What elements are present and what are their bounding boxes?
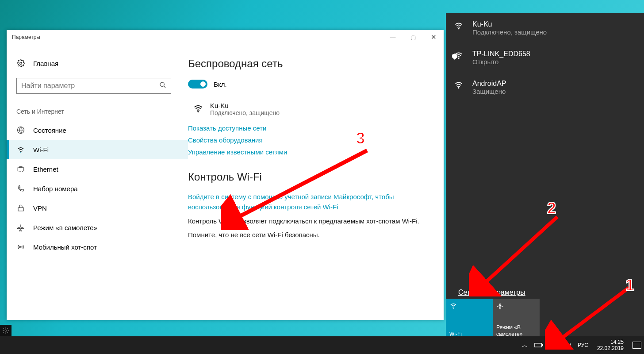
ethernet-icon [16,165,25,173]
svg-rect-13 [535,343,542,346]
svg-point-9 [458,58,460,59]
airplane-icon [16,223,25,231]
hotspot-icon [16,243,25,251]
network-entry[interactable]: AndroidAP Защищено [446,73,644,102]
nav-item-ethernet[interactable]: Ethernet [7,159,188,179]
section-heading: Контроль Wi-Fi [188,171,428,183]
settings-content: Беспроводная сеть Вкл. Ku-Ku Подключено,… [188,44,444,320]
action-tiles: Wi-Fi Режим «В самолете» [446,299,540,341]
tray-chevron-up-icon[interactable]: ︿ [521,341,528,350]
svg-point-15 [553,346,554,347]
tray-language[interactable]: РУС [578,342,588,348]
wifi-icon [454,21,464,32]
network-status: Открыто [472,58,530,65]
nav-item-dialup[interactable]: Набор номера [7,179,188,198]
svg-point-0 [160,82,164,86]
wifi-icon [454,51,464,62]
settings-window: Параметры — ▢ ✕ Главная Се [7,30,444,320]
svg-rect-14 [542,344,543,346]
network-ssid: TP-LINK_EDD658 [472,50,530,58]
svg-point-10 [458,87,460,88]
svg-point-7 [198,111,199,112]
svg-point-2 [20,152,21,153]
annotation-number-1: 1 [625,276,634,295]
tray-volume-icon[interactable] [564,341,571,350]
search-icon [159,81,166,90]
nav-label: Набор номера [33,185,78,192]
titlebar: Параметры — ▢ ✕ [7,30,444,44]
info-text: Контроль Wi-Fi позволяет подключаться к … [188,216,428,226]
nav-item-status[interactable]: Состояние [7,120,188,140]
wifi-icon [16,146,25,154]
nav-label: Ethernet [33,165,58,173]
info-text: Помните, что не все сети Wi-Fi безопасны… [188,230,428,239]
network-entry[interactable]: Ku-Ku Подключено, защищено [446,13,644,43]
phone-icon [16,185,25,192]
tray-battery-icon[interactable] [534,342,543,349]
svg-rect-3 [18,168,24,171]
nav-label: Wi-Fi [33,146,49,154]
link-manage-known-networks[interactable]: Управление известными сетями [188,148,428,156]
home-nav[interactable]: Главная [7,55,188,72]
toggle-label: Вкл. [214,81,227,88]
svg-point-12 [5,330,7,331]
network-ssid: Ku-Ku [472,20,547,28]
nav-item-wifi[interactable]: Wi-Fi [7,140,188,159]
start-gear-corner[interactable] [0,325,12,336]
nav-group-title: Сеть и Интернет [7,96,188,120]
tray-clock[interactable]: 14:25 22.02.2019 [594,339,626,352]
link-hardware-properties[interactable]: Свойства оборудования [188,136,428,144]
tray-time: 14:25 [597,339,624,345]
svg-rect-4 [19,167,22,168]
tile-wifi[interactable]: Wi-Fi [446,299,493,341]
svg-rect-5 [18,208,23,211]
wifi-icon [449,302,489,310]
taskbar: ︿ РУС 14:25 22.02.2019 [0,336,644,354]
home-label: Главная [33,60,58,67]
network-status: Защищено [472,88,506,95]
vpn-icon [16,204,25,212]
annotation-number-3: 3 [356,129,365,148]
network-ssid: Ku-Ku [210,102,280,109]
minimize-button[interactable]: — [383,30,403,44]
svg-point-8 [458,28,460,29]
nav-item-airplane[interactable]: Режим «в самолете» [7,218,188,237]
nav-label: Состояние [33,127,66,134]
link-ms-signin[interactable]: Войдите в систему с помощью учетной запи… [188,192,428,212]
tray-wifi-icon[interactable] [549,341,557,350]
nav-label: Мобильный хот-спот [33,243,97,251]
tile-label: Режим «В самолете» [496,324,536,337]
search-box[interactable] [16,78,171,94]
page-heading: Беспроводная сеть [188,58,428,70]
svg-point-6 [20,246,21,247]
tray-date: 22.02.2019 [597,345,624,351]
maximize-button[interactable]: ▢ [403,30,423,44]
nav-label: VPN [33,204,47,212]
nav-item-vpn[interactable]: VPN [7,198,188,218]
nav-item-hotspot[interactable]: Мобильный хот-спот [7,237,188,257]
settings-sidebar: Главная Сеть и Интернет Состояние Wi-Fi [7,44,188,320]
network-ssid: AndroidAP [472,80,506,88]
wifi-toggle[interactable] [188,80,207,88]
system-tray: ︿ РУС 14:25 22.02.2019 [521,339,644,352]
link-available-networks[interactable]: Показать доступные сети [188,124,428,132]
wifi-icon [454,81,464,91]
tray-notifications-icon[interactable] [632,342,641,349]
network-settings-link[interactable]: Сетевые параметры [458,289,525,296]
svg-point-11 [453,308,454,308]
globe-icon [16,126,25,134]
network-entry[interactable]: TP-LINK_EDD658 Открыто [446,43,644,73]
tile-airplane[interactable]: Режим «В самолете» [493,299,540,341]
wifi-icon [192,104,204,115]
search-input[interactable] [21,82,159,90]
network-flyout: Ku-Ku Подключено, защищено TP-LINK_EDD65… [446,13,644,341]
gear-icon [16,59,25,67]
close-button[interactable]: ✕ [423,30,444,44]
airplane-icon [496,302,536,310]
connected-network[interactable]: Ku-Ku Подключено, защищено [192,102,428,116]
network-status: Подключено, защищено [472,28,547,36]
nav-label: Режим «в самолете» [33,224,97,231]
network-status: Подключено, защищено [210,109,280,116]
annotation-number-2: 2 [547,199,556,218]
window-title: Параметры [12,34,40,40]
